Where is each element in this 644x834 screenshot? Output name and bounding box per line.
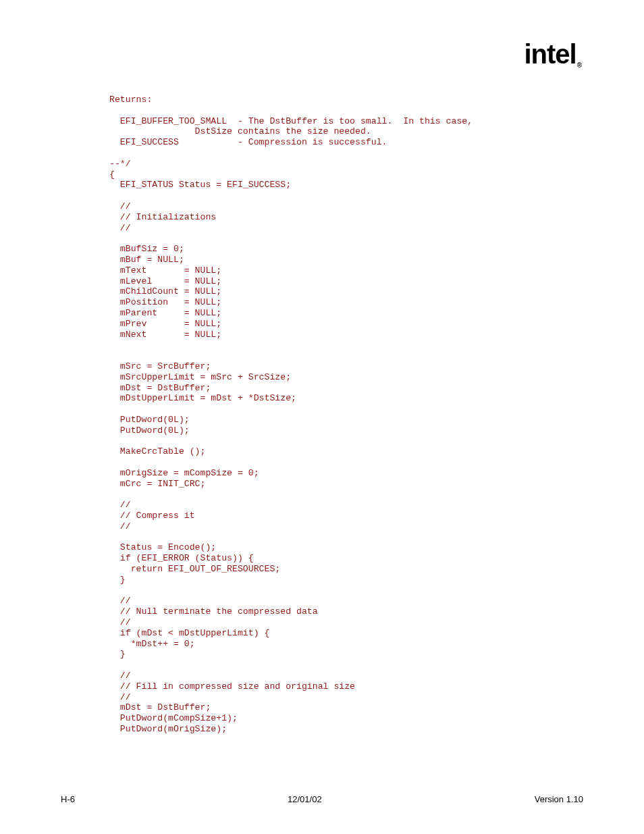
logo-text-prefix: int (524, 39, 555, 69)
logo-text-suffix: l (570, 39, 576, 69)
page-footer: H-6 12/01/02 Version 1.10 (61, 794, 583, 804)
logo-registered-mark: ® (577, 61, 581, 69)
document-page: intel® Returns: EFI_BUFFER_TOO_SMALL - T… (0, 0, 644, 834)
logo-text-e: e (555, 39, 569, 70)
footer-date: 12/01/02 (288, 794, 322, 804)
intel-logo: intel® (524, 39, 581, 70)
footer-page-number: H-6 (61, 794, 75, 804)
source-code-listing: Returns: EFI_BUFFER_TOO_SMALL - The DstB… (109, 95, 583, 735)
footer-version: Version 1.10 (535, 794, 583, 804)
